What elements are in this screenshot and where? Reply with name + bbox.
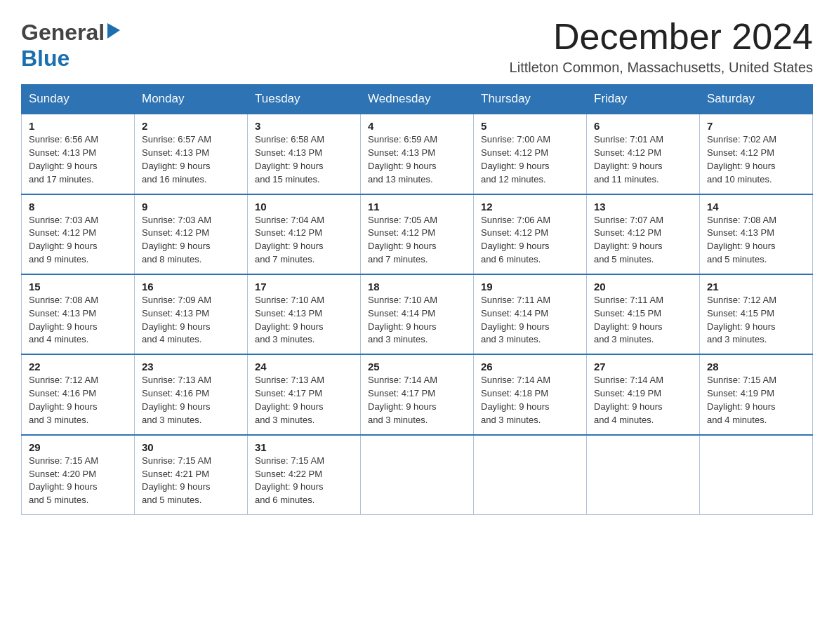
- day-header-thursday: Thursday: [474, 85, 587, 114]
- day-info: Sunrise: 7:05 AMSunset: 4:12 PMDaylight:…: [368, 215, 437, 265]
- day-cell-3: 3 Sunrise: 6:58 AMSunset: 4:13 PMDayligh…: [248, 114, 361, 194]
- day-info: Sunrise: 7:02 AMSunset: 4:12 PMDaylight:…: [707, 134, 776, 185]
- day-info: Sunrise: 7:07 AMSunset: 4:12 PMDaylight:…: [594, 215, 663, 265]
- week-row-3: 15 Sunrise: 7:08 AMSunset: 4:13 PMDaylig…: [22, 274, 813, 354]
- week-row-1: 1 Sunrise: 6:56 AMSunset: 4:13 PMDayligh…: [22, 114, 813, 194]
- day-info: Sunrise: 7:03 AMSunset: 4:12 PMDaylight:…: [29, 215, 98, 265]
- day-cell-1: 1 Sunrise: 6:56 AMSunset: 4:13 PMDayligh…: [22, 114, 135, 194]
- day-cell-2: 2 Sunrise: 6:57 AMSunset: 4:13 PMDayligh…: [135, 114, 248, 194]
- day-cell-13: 13 Sunrise: 7:07 AMSunset: 4:12 PMDaylig…: [587, 194, 700, 274]
- day-info: Sunrise: 7:14 AMSunset: 4:18 PMDaylight:…: [481, 375, 550, 425]
- day-cell-28: 28 Sunrise: 7:15 AMSunset: 4:19 PMDaylig…: [700, 354, 813, 434]
- month-title: December 2024: [510, 17, 813, 57]
- day-cell-17: 17 Sunrise: 7:10 AMSunset: 4:13 PMDaylig…: [248, 274, 361, 354]
- logo-blue-text: Blue: [21, 46, 70, 71]
- day-info: Sunrise: 7:13 AMSunset: 4:16 PMDaylight:…: [142, 375, 211, 425]
- day-header-tuesday: Tuesday: [248, 85, 361, 114]
- day-number: 6: [594, 120, 692, 132]
- day-info: Sunrise: 6:59 AMSunset: 4:13 PMDaylight:…: [368, 134, 437, 185]
- day-number: 10: [255, 201, 353, 213]
- day-cell-16: 16 Sunrise: 7:09 AMSunset: 4:13 PMDaylig…: [135, 274, 248, 354]
- day-number: 13: [594, 201, 692, 213]
- day-info: Sunrise: 7:09 AMSunset: 4:13 PMDaylight:…: [142, 295, 211, 345]
- day-number: 9: [142, 201, 240, 213]
- day-cell-30: 30 Sunrise: 7:15 AMSunset: 4:21 PMDaylig…: [135, 435, 248, 515]
- day-cell-18: 18 Sunrise: 7:10 AMSunset: 4:14 PMDaylig…: [361, 274, 474, 354]
- day-info: Sunrise: 7:15 AMSunset: 4:21 PMDaylight:…: [142, 455, 211, 506]
- day-number: 7: [707, 120, 805, 132]
- day-header-wednesday: Wednesday: [361, 85, 474, 114]
- day-number: 28: [707, 361, 805, 373]
- day-info: Sunrise: 7:11 AMSunset: 4:14 PMDaylight:…: [481, 295, 550, 345]
- days-of-week-row: SundayMondayTuesdayWednesdayThursdayFrid…: [22, 85, 813, 114]
- day-info: Sunrise: 7:14 AMSunset: 4:17 PMDaylight:…: [368, 375, 437, 425]
- empty-cell: [361, 435, 474, 515]
- day-number: 15: [29, 281, 127, 293]
- day-cell-9: 9 Sunrise: 7:03 AMSunset: 4:12 PMDayligh…: [135, 194, 248, 274]
- day-cell-29: 29 Sunrise: 7:15 AMSunset: 4:20 PMDaylig…: [22, 435, 135, 515]
- day-info: Sunrise: 7:08 AMSunset: 4:13 PMDaylight:…: [29, 295, 98, 345]
- day-info: Sunrise: 7:13 AMSunset: 4:17 PMDaylight:…: [255, 375, 324, 425]
- day-cell-10: 10 Sunrise: 7:04 AMSunset: 4:12 PMDaylig…: [248, 194, 361, 274]
- day-info: Sunrise: 7:15 AMSunset: 4:22 PMDaylight:…: [255, 455, 324, 506]
- day-info: Sunrise: 6:56 AMSunset: 4:13 PMDaylight:…: [29, 134, 98, 185]
- calendar-table: SundayMondayTuesdayWednesdayThursdayFrid…: [21, 84, 813, 515]
- day-info: Sunrise: 7:01 AMSunset: 4:12 PMDaylight:…: [594, 134, 663, 185]
- day-info: Sunrise: 7:03 AMSunset: 4:12 PMDaylight:…: [142, 215, 211, 265]
- day-number: 24: [255, 361, 353, 373]
- day-cell-23: 23 Sunrise: 7:13 AMSunset: 4:16 PMDaylig…: [135, 354, 248, 434]
- day-cell-8: 8 Sunrise: 7:03 AMSunset: 4:12 PMDayligh…: [22, 194, 135, 274]
- day-number: 30: [142, 441, 240, 453]
- day-info: Sunrise: 7:12 AMSunset: 4:15 PMDaylight:…: [707, 295, 776, 345]
- day-number: 23: [142, 361, 240, 373]
- day-info: Sunrise: 6:57 AMSunset: 4:13 PMDaylight:…: [142, 134, 211, 185]
- day-info: Sunrise: 6:58 AMSunset: 4:13 PMDaylight:…: [255, 134, 324, 185]
- day-header-saturday: Saturday: [700, 85, 813, 114]
- day-number: 17: [255, 281, 353, 293]
- day-cell-7: 7 Sunrise: 7:02 AMSunset: 4:12 PMDayligh…: [700, 114, 813, 194]
- day-cell-15: 15 Sunrise: 7:08 AMSunset: 4:13 PMDaylig…: [22, 274, 135, 354]
- title-block: December 2024 Littleton Common, Massachu…: [510, 17, 813, 76]
- day-number: 2: [142, 120, 240, 132]
- location-title: Littleton Common, Massachusetts, United …: [510, 60, 813, 76]
- day-cell-20: 20 Sunrise: 7:11 AMSunset: 4:15 PMDaylig…: [587, 274, 700, 354]
- day-header-friday: Friday: [587, 85, 700, 114]
- day-number: 4: [368, 120, 466, 132]
- day-cell-4: 4 Sunrise: 6:59 AMSunset: 4:13 PMDayligh…: [361, 114, 474, 194]
- day-info: Sunrise: 7:15 AMSunset: 4:19 PMDaylight:…: [707, 375, 776, 425]
- day-info: Sunrise: 7:15 AMSunset: 4:20 PMDaylight:…: [29, 455, 98, 506]
- day-cell-25: 25 Sunrise: 7:14 AMSunset: 4:17 PMDaylig…: [361, 354, 474, 434]
- day-number: 8: [29, 201, 127, 213]
- logo-triangle-icon: [107, 23, 120, 41]
- day-cell-5: 5 Sunrise: 7:00 AMSunset: 4:12 PMDayligh…: [474, 114, 587, 194]
- page-header: General Blue December 2024 Littleton Com…: [21, 17, 813, 76]
- day-info: Sunrise: 7:10 AMSunset: 4:14 PMDaylight:…: [368, 295, 437, 345]
- day-info: Sunrise: 7:00 AMSunset: 4:12 PMDaylight:…: [481, 134, 550, 185]
- day-number: 31: [255, 441, 353, 453]
- day-number: 25: [368, 361, 466, 373]
- empty-cell: [587, 435, 700, 515]
- day-info: Sunrise: 7:04 AMSunset: 4:12 PMDaylight:…: [255, 215, 324, 265]
- day-info: Sunrise: 7:10 AMSunset: 4:13 PMDaylight:…: [255, 295, 324, 345]
- day-number: 16: [142, 281, 240, 293]
- day-cell-27: 27 Sunrise: 7:14 AMSunset: 4:19 PMDaylig…: [587, 354, 700, 434]
- day-info: Sunrise: 7:06 AMSunset: 4:12 PMDaylight:…: [481, 215, 550, 265]
- day-cell-22: 22 Sunrise: 7:12 AMSunset: 4:16 PMDaylig…: [22, 354, 135, 434]
- logo-general-text: General: [21, 20, 105, 46]
- day-number: 20: [594, 281, 692, 293]
- week-row-5: 29 Sunrise: 7:15 AMSunset: 4:20 PMDaylig…: [22, 435, 813, 515]
- day-cell-11: 11 Sunrise: 7:05 AMSunset: 4:12 PMDaylig…: [361, 194, 474, 274]
- day-cell-12: 12 Sunrise: 7:06 AMSunset: 4:12 PMDaylig…: [474, 194, 587, 274]
- day-number: 22: [29, 361, 127, 373]
- day-number: 29: [29, 441, 127, 453]
- day-number: 1: [29, 120, 127, 132]
- day-cell-6: 6 Sunrise: 7:01 AMSunset: 4:12 PMDayligh…: [587, 114, 700, 194]
- day-cell-24: 24 Sunrise: 7:13 AMSunset: 4:17 PMDaylig…: [248, 354, 361, 434]
- day-info: Sunrise: 7:11 AMSunset: 4:15 PMDaylight:…: [594, 295, 663, 345]
- day-number: 26: [481, 361, 579, 373]
- day-number: 21: [707, 281, 805, 293]
- day-info: Sunrise: 7:08 AMSunset: 4:13 PMDaylight:…: [707, 215, 776, 265]
- day-cell-14: 14 Sunrise: 7:08 AMSunset: 4:13 PMDaylig…: [700, 194, 813, 274]
- day-number: 5: [481, 120, 579, 132]
- day-info: Sunrise: 7:12 AMSunset: 4:16 PMDaylight:…: [29, 375, 98, 425]
